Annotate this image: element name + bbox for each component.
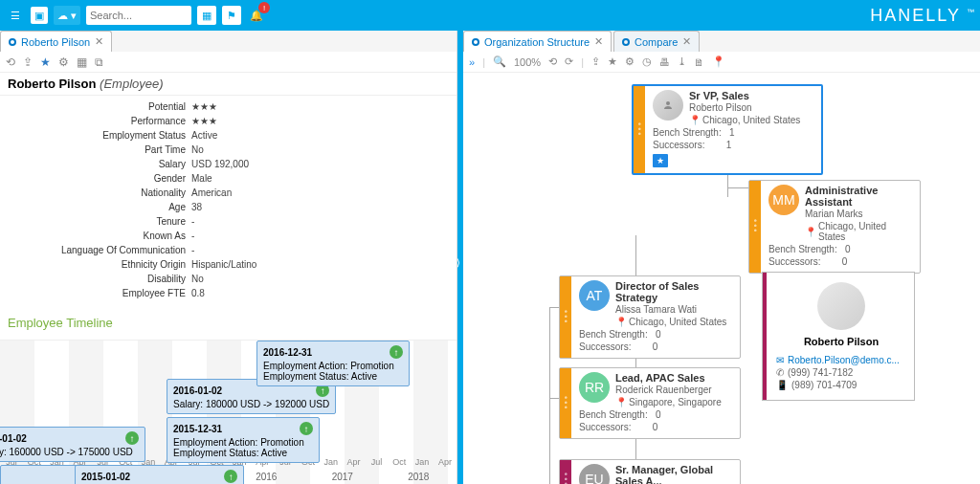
mobile-icon: 📱 xyxy=(776,380,788,390)
notifications-icon[interactable]: 🔔 ! xyxy=(247,6,266,25)
settings-icon[interactable]: ⚙ xyxy=(625,55,635,68)
timeline-event-card[interactable]: 2015-01-02↑Salary: 175000 USD -> 180000 … xyxy=(75,465,244,484)
grid-icon[interactable]: ▦ xyxy=(77,55,87,69)
field-key: Part Time xyxy=(10,143,191,157)
person-detail-card[interactable]: Roberto Pilson✉Roberto.Pilson@demo.c...✆… xyxy=(762,272,915,401)
location-pin-icon: 📍 xyxy=(805,227,816,237)
org-title: Director of Sales Strategy xyxy=(615,280,732,303)
avatar: MM xyxy=(768,185,799,215)
org-node-card[interactable]: •••MMAdministrative AssistantMarian Mark… xyxy=(748,180,921,274)
field-row: Performance★★★ xyxy=(10,114,447,128)
field-key: Potential xyxy=(10,99,191,114)
event-date: 2016-12-31 xyxy=(263,347,312,358)
tab-org-structure[interactable]: Organization Structure ✕ xyxy=(463,31,612,52)
field-value: No xyxy=(191,143,204,157)
field-key: Age xyxy=(10,200,191,214)
field-row: Language Of Communication- xyxy=(10,243,447,257)
email-icon: ✉ xyxy=(776,355,784,365)
field-value: USD 192,000 xyxy=(191,157,249,171)
close-icon[interactable]: ✕ xyxy=(594,35,603,48)
phone-icon: ✆ xyxy=(776,367,784,378)
detail-name: Roberto Pilson xyxy=(776,336,906,347)
timeline-event-card[interactable]: 2015-12-31↑Employment Action: PromotionE… xyxy=(167,417,320,463)
field-row: SalaryUSD 192,000 xyxy=(10,157,447,171)
timeline-header: Employee Timeline xyxy=(0,312,457,340)
notification-badge: ! xyxy=(258,2,270,13)
event-detail: Employment Status: Active xyxy=(173,448,313,458)
right-tab-strip: Organization Structure ✕ Compare ✕ xyxy=(463,31,980,52)
field-value: Male xyxy=(191,171,212,186)
settings-icon[interactable]: ⚙ xyxy=(58,55,69,69)
left-tab-strip: Roberto Pilson ✕ xyxy=(0,31,457,52)
field-value: 0.8 xyxy=(191,286,205,300)
field-key: Ethnicity Origin xyxy=(10,257,191,272)
tab-label: Compare xyxy=(635,36,678,48)
event-detail: Employment Action: Promotion xyxy=(173,437,313,448)
tab-compare[interactable]: Compare ✕ xyxy=(613,31,700,52)
redo-icon[interactable]: ⟳ xyxy=(565,55,573,68)
field-value: - xyxy=(191,243,194,257)
timeline-area[interactable]: JulOctJanAprJulOctJanAprJulOctJanAprJulO… xyxy=(0,340,457,484)
tab-employee[interactable]: Roberto Pilson ✕ xyxy=(0,31,112,52)
field-row: Age38 xyxy=(10,200,447,214)
avatar xyxy=(817,282,865,330)
profile-header: Roberto Pilson (Employee) xyxy=(0,73,457,96)
topbar: ☰ ▣ ☁ ▾ ▦ ⚑ 🔔 ! HANELLY ™ xyxy=(0,0,980,31)
field-row: GenderMale xyxy=(10,171,447,186)
timeline-event-card[interactable]: -01-02↑y: 160000 USD -> 175000 USD xyxy=(0,427,145,462)
right-toolbar: » | 🔍 100% ⟲ ⟳ | ⇪ ★ ⚙ ◷ 🖶 ⤓ 🗎 📍 xyxy=(463,52,980,73)
field-row: Employment StatusActive xyxy=(10,128,447,143)
undo-icon[interactable]: ⟲ xyxy=(548,55,557,68)
employee-fields: Potential★★★Performance★★★Employment Sta… xyxy=(0,96,457,312)
history-icon[interactable]: ⟲ xyxy=(6,55,15,69)
copy-icon[interactable]: ⧉ xyxy=(95,55,103,69)
share-icon[interactable]: ⇪ xyxy=(23,55,33,69)
search-input[interactable] xyxy=(90,10,188,21)
left-toolbar: ⟲ ⇪ ★ ⚙ ▦ ⧉ xyxy=(0,52,457,73)
card-stripe: ••• xyxy=(634,86,645,173)
org-node-card[interactable]: •••ATDirector of Sales StrategyAlissa Ta… xyxy=(559,275,741,359)
org-title: Lead, APAC Sales xyxy=(615,372,722,384)
org-node-card[interactable]: •••Sr VP, SalesRoberto Pilson📍Chicago, U… xyxy=(632,84,823,175)
export-doc-icon[interactable]: 🗎 xyxy=(694,56,704,68)
close-icon[interactable]: ✕ xyxy=(95,35,103,48)
search-icon[interactable]: 🔍 xyxy=(493,55,506,68)
clock-icon[interactable]: ◷ xyxy=(642,55,652,68)
star-icon[interactable]: ★ xyxy=(40,55,51,69)
detail-email[interactable]: ✉Roberto.Pilson@demo.c... xyxy=(776,355,906,365)
pin-icon[interactable]: 📍 xyxy=(712,55,725,68)
org-location: Chicago, United States xyxy=(702,115,800,125)
field-row: Employee FTE0.8 xyxy=(10,286,447,300)
detail-mobile: 📱(989) 701-4709 xyxy=(776,380,906,390)
field-key: Known As xyxy=(10,229,191,243)
timeline-event-card[interactable]: 2016-12-31↑Employment Action: PromotionE… xyxy=(256,341,410,386)
share-icon[interactable]: ⇪ xyxy=(591,55,600,68)
folder-icon[interactable]: ▣ xyxy=(31,7,48,24)
field-value: ★★★ xyxy=(191,99,217,114)
org-person: Alissa Tamara Wati xyxy=(615,303,732,317)
org-title: Administrative Assistant xyxy=(805,185,912,208)
expand-icon[interactable]: » xyxy=(469,56,475,68)
tab-icon xyxy=(9,38,16,46)
org-person: Roderick Rauenberger xyxy=(615,384,722,397)
flag-icon[interactable]: ⚑ xyxy=(222,6,241,25)
org-title: Sr VP, Sales xyxy=(689,90,800,101)
tab-label: Roberto Pilson xyxy=(21,36,90,48)
cloud-dropdown[interactable]: ☁ ▾ xyxy=(54,6,80,25)
field-value: ★★★ xyxy=(191,114,217,128)
export-icon[interactable]: ⤓ xyxy=(678,55,686,68)
avatar xyxy=(653,90,683,121)
org-canvas[interactable]: •••Sr VP, SalesRoberto Pilson📍Chicago, U… xyxy=(463,73,980,484)
hamburger-icon[interactable]: ☰ xyxy=(6,6,25,25)
org-location: Chicago, United States xyxy=(629,317,726,327)
org-node-card[interactable]: •••RRLead, APAC SalesRoderick Rauenberge… xyxy=(559,367,741,439)
star-icon[interactable]: ★ xyxy=(608,55,617,68)
calendar-icon[interactable]: ▦ xyxy=(197,6,216,25)
field-key: Tenure xyxy=(10,214,191,229)
org-node-card[interactable]: •••EUSr. Manager, Global Sales A... xyxy=(559,459,741,484)
profile-role: (Employee) xyxy=(100,77,163,91)
search-input-wrap xyxy=(86,6,191,25)
close-icon[interactable]: ✕ xyxy=(682,35,691,48)
field-row: Known As- xyxy=(10,229,447,243)
print-icon[interactable]: 🖶 xyxy=(659,56,670,68)
